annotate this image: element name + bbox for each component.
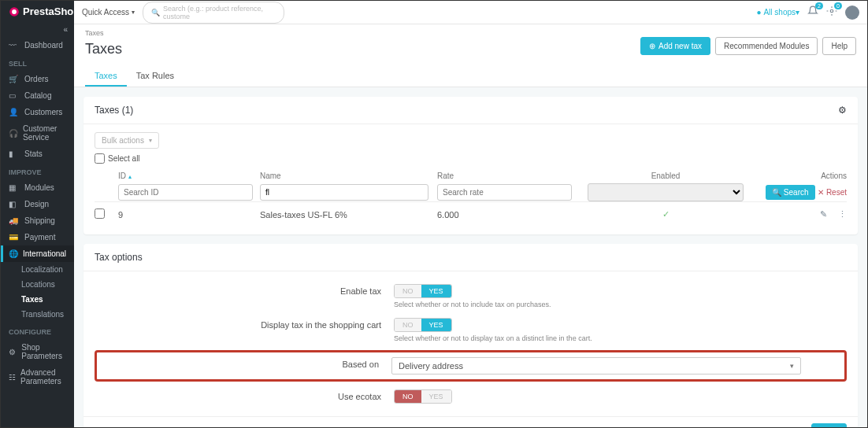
enable-tax-label: Enable tax — [95, 284, 394, 296]
avatar[interactable] — [845, 6, 859, 20]
based-value: Delivery address — [399, 361, 463, 371]
tab-taxes[interactable]: Taxes — [85, 66, 127, 87]
sidebar-label: Customers — [24, 108, 62, 116]
sidebar-item-international[interactable]: 🌐International — [1, 245, 74, 262]
add-new-tax-button[interactable]: ⊕ Add new tax — [640, 37, 710, 55]
collapse-icon[interactable]: « — [1, 22, 74, 37]
group-configure: CONFIGURE — [1, 322, 74, 339]
person-icon: 👤 — [9, 108, 20, 116]
based-on-select[interactable]: Delivery address ▾ — [391, 357, 801, 374]
sidebar-label: Payment — [24, 233, 55, 242]
col-id[interactable]: ID ▴ — [118, 172, 260, 180]
sidebar-item-customers[interactable]: 👤Customers — [1, 104, 74, 120]
more-icon[interactable]: ⋮ — [838, 209, 847, 220]
group-improve: IMPROVE — [1, 162, 74, 179]
chevron-down-icon: ▾ — [149, 137, 152, 144]
catalog-icon: ▭ — [9, 91, 20, 100]
stats-icon: ▮ — [9, 149, 20, 158]
toggle-yes[interactable]: YES — [421, 285, 451, 297]
add-label: Add new tax — [658, 42, 702, 50]
filter-id-input[interactable] — [118, 184, 253, 201]
select-arrows-icon: ▾ — [790, 362, 794, 370]
select-all-checkbox[interactable] — [95, 153, 105, 164]
toggle-yes[interactable]: YES — [421, 390, 451, 403]
notifications-icon[interactable]: 2 — [807, 6, 818, 19]
toggle-no[interactable]: NO — [395, 390, 421, 403]
brand-logo: PrestaShop 1.7.6.4 — [1, 1, 74, 22]
chevron-down-icon: ▾ — [132, 9, 135, 16]
search-placeholder: Search (e.g.: product reference, custome — [163, 5, 276, 20]
all-shops-label: All shops — [763, 8, 796, 17]
recommended-modules-button[interactable]: Recommended Modules — [715, 37, 818, 55]
col-name[interactable]: Name — [260, 172, 437, 180]
save-button[interactable]: Save — [811, 423, 847, 427]
gear-icon: ⚙ — [9, 348, 17, 356]
sidebar-item-payment[interactable]: 💳Payment — [1, 229, 74, 245]
truck-icon: 🚚 — [9, 216, 20, 225]
sidebar-item-adv-params[interactable]: ☷Advanced Parameters — [1, 364, 74, 389]
toggle-no[interactable]: NO — [395, 319, 421, 331]
sidebar-item-shop-params[interactable]: ⚙Shop Parameters — [1, 339, 74, 364]
toggle-no[interactable]: NO — [395, 285, 421, 297]
sidebar-label: Advanced Parameters — [20, 368, 66, 386]
sidebar-item-modules[interactable]: ▦Modules — [1, 179, 74, 196]
sidebar-label: Dashboard — [24, 41, 63, 50]
sidebar-item-stats[interactable]: ▮Stats — [1, 146, 74, 162]
sidebar-item-dashboard[interactable]: 〰 Dashboard — [1, 37, 74, 54]
filter-enabled-select[interactable] — [588, 183, 744, 201]
debug-badge: 0 — [834, 2, 842, 9]
debug-icon[interactable]: 0 — [826, 6, 837, 19]
sidebar-item-orders[interactable]: 🛒Orders — [1, 71, 74, 87]
sidebar-label: Modules — [24, 183, 54, 192]
topbar: Quick Access ▾ 🔍 Search (e.g.: product r… — [74, 1, 867, 24]
design-icon: ◧ — [9, 200, 20, 208]
sub-taxes[interactable]: Taxes — [13, 292, 74, 307]
sidebar-item-design[interactable]: ◧Design — [1, 196, 74, 212]
filter-rate-input[interactable] — [437, 184, 572, 201]
col-actions: Actions — [752, 172, 847, 180]
quick-access-dropdown[interactable]: Quick Access ▾ — [82, 8, 135, 17]
headset-icon: 🎧 — [9, 129, 18, 138]
globe-icon: 🌐 — [9, 249, 18, 258]
tab-tax-rules[interactable]: Tax Rules — [127, 66, 184, 87]
col-enabled[interactable]: Enabled — [579, 172, 752, 180]
help-button[interactable]: Help — [822, 37, 856, 55]
col-rate[interactable]: Rate — [437, 172, 579, 180]
ecotax-toggle[interactable]: NO YES — [394, 389, 452, 404]
based-on-label: Based on — [105, 357, 391, 369]
sidebar-item-shipping[interactable]: 🚚Shipping — [1, 212, 74, 229]
sidebar-item-customer-service[interactable]: 🎧Customer Service — [1, 120, 74, 146]
display-cart-toggle[interactable]: NO YES — [394, 318, 452, 332]
search-input[interactable]: 🔍 Search (e.g.: product reference, custo… — [143, 2, 284, 24]
row-id: 9 — [118, 210, 260, 220]
filter-name-input[interactable] — [260, 184, 428, 201]
group-sell: SELL — [1, 54, 74, 71]
sidebar-label: Design — [24, 200, 49, 208]
toggle-yes[interactable]: YES — [421, 319, 451, 331]
svg-point-2 — [830, 9, 833, 13]
sidebar-item-catalog[interactable]: ▭Catalog — [1, 87, 74, 104]
row-checkbox[interactable] — [95, 208, 105, 219]
shop-selector[interactable]: ● All shops ▾ — [756, 8, 799, 17]
notif-badge: 2 — [815, 2, 823, 9]
reset-button[interactable]: ✕ Reset — [818, 188, 847, 197]
ecotax-label: Use ecotax — [95, 389, 394, 401]
sub-localization[interactable]: Localization — [13, 262, 74, 277]
dashboard-icon: 〰 — [9, 41, 20, 50]
enable-tax-toggle[interactable]: NO YES — [394, 284, 452, 298]
edit-icon[interactable]: ✎ — [820, 209, 827, 220]
breadcrumb: Taxes — [85, 29, 856, 37]
enabled-check-icon[interactable]: ✓ — [579, 209, 752, 220]
gear-icon[interactable]: ⚙ — [838, 105, 847, 116]
cart-icon: 🛒 — [9, 75, 20, 83]
svg-point-1 — [12, 9, 17, 14]
sidebar-label: Shipping — [24, 216, 55, 225]
quick-access-label: Quick Access — [82, 8, 129, 17]
search-button[interactable]: 🔍 Search — [766, 185, 815, 200]
sub-translations[interactable]: Translations — [13, 307, 74, 322]
bulk-actions-dropdown[interactable]: Bulk actions ▾ — [95, 132, 159, 149]
brand-name: PrestaShop — [23, 6, 80, 17]
sidebar-label: International — [23, 249, 66, 258]
sidebar-label: Orders — [24, 75, 49, 83]
sub-locations[interactable]: Locations — [13, 277, 74, 292]
